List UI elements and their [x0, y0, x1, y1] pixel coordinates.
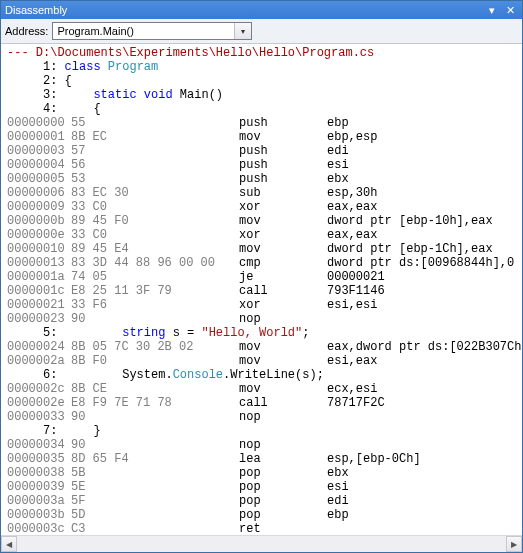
window-title: Disassembly — [5, 4, 482, 16]
asm-line: 0000000933 C0xoreax,eax — [7, 200, 522, 214]
asm-line: 0000001cE8 25 11 3F 79call793F1146 — [7, 284, 522, 298]
disassembly-content[interactable]: --- D:\Documents\Experiments\Hello\Hello… — [1, 44, 522, 536]
asm-line: 000000395Epopesi — [7, 480, 522, 494]
chevron-down-icon[interactable]: ▾ — [234, 23, 251, 39]
asm-line: 0000000553pushebx — [7, 172, 522, 186]
asm-line: 000000385Bpopebx — [7, 466, 522, 480]
close-icon[interactable]: ✕ — [502, 3, 518, 17]
asm-line: 0000000b89 45 F0movdword ptr [ebp-10h],e… — [7, 214, 522, 228]
horizontal-scrollbar[interactable]: ◀ ▶ — [1, 535, 522, 552]
asm-line: 000000358D 65 F4leaesp,[ebp-0Ch] — [7, 452, 522, 466]
address-value: Program.Main() — [53, 25, 234, 37]
asm-line: 0000003b5Dpopebp — [7, 508, 522, 522]
source-line: 5: string s = "Hello, World"; — [7, 326, 522, 340]
scroll-right-icon[interactable]: ▶ — [506, 536, 522, 552]
asm-line: 0000002133 F6xoresi,esi — [7, 298, 522, 312]
asm-line: 0000003490nop — [7, 438, 522, 452]
source-file-path: --- D:\Documents\Experiments\Hello\Hello… — [7, 46, 522, 60]
titlebar[interactable]: Disassembly ▾ ✕ — [1, 1, 522, 19]
asm-line: 0000000e33 C0xoreax,eax — [7, 228, 522, 242]
asm-line: 0000001a74 05je00000021 — [7, 270, 522, 284]
asm-line: 0000001089 45 E4movdword ptr [ebp-1Ch],e… — [7, 242, 522, 256]
source-line: 6: System.Console.WriteLine(s); — [7, 368, 522, 382]
asm-line: 0000000456pushesi — [7, 158, 522, 172]
source-line: 7: } — [7, 424, 522, 438]
asm-line: 0000000683 EC 30subesp,30h — [7, 186, 522, 200]
scroll-track[interactable] — [17, 536, 506, 552]
asm-line: 0000003a5Fpopedi — [7, 494, 522, 508]
address-label: Address: — [5, 25, 48, 37]
source-line: 3: static void Main() — [7, 88, 522, 102]
asm-line: 0000002eE8 F9 7E 71 78call78717F2C — [7, 396, 522, 410]
address-combobox[interactable]: Program.Main() ▾ — [52, 22, 252, 40]
disassembly-window: Disassembly ▾ ✕ Address: Program.Main() … — [0, 0, 523, 553]
asm-line: 0000001383 3D 44 88 96 00 00cmpdword ptr… — [7, 256, 522, 270]
pin-icon[interactable]: ▾ — [484, 3, 500, 17]
asm-line: 0000002c8B CEmovecx,esi — [7, 382, 522, 396]
asm-line: 0000003390nop — [7, 410, 522, 424]
asm-line: 000000248B 05 7C 30 2B 02moveax,dword pt… — [7, 340, 522, 354]
source-line: 1: class Program — [7, 60, 522, 74]
asm-line: 0000000055pushebp — [7, 116, 522, 130]
asm-line: 0000002390nop — [7, 312, 522, 326]
asm-line: 0000002a8B F0movesi,eax — [7, 354, 522, 368]
address-toolbar: Address: Program.Main() ▾ — [1, 19, 522, 44]
asm-line: 0000000357pushedi — [7, 144, 522, 158]
scroll-left-icon[interactable]: ◀ — [1, 536, 17, 552]
content-wrap: --- D:\Documents\Experiments\Hello\Hello… — [1, 44, 522, 552]
asm-line: 000000018B ECmovebp,esp — [7, 130, 522, 144]
source-line: 4: { — [7, 102, 522, 116]
source-line: 2: { — [7, 74, 522, 88]
asm-line: 0000003cC3ret — [7, 522, 522, 536]
